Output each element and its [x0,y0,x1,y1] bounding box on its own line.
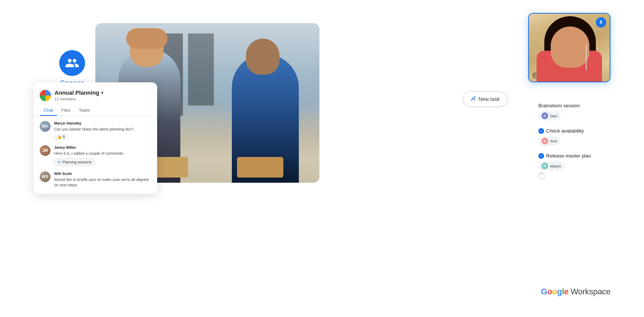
tab-tasks[interactable]: Tasks [75,105,94,116]
new-task-icon [470,95,476,103]
messages-list: MH Maryn Hansley Can you please share th… [33,121,157,188]
file-chip-icon: ≡ [58,160,60,164]
new-task-button[interactable]: New task [463,91,507,107]
avatar-image-will: WS [40,171,50,182]
chat-title-area: Annual Planning ▾ 12 members [55,90,103,101]
message-content-3: Will Scott Would like to briefly sync to… [54,171,151,188]
task-assignee-3[interactable]: M Maryn [538,161,564,171]
tasks-section: Brainstorm session D Dan ✓ Check availab… [538,103,611,187]
message-content-1: Maryn Hansley Can you please share the l… [54,121,151,140]
chat-logo [40,90,51,101]
google-g: G [541,287,547,296]
google-l: l [562,287,564,296]
avatar-will: WS [40,171,50,182]
task-check-2: ✓ [538,128,544,134]
task-check-3: ✓ [538,153,544,159]
chat-title[interactable]: Annual Planning ▾ [55,90,103,96]
tab-chat[interactable]: Chat [40,105,57,116]
message-text-1: Can you please share the latest planning… [54,126,151,132]
google-text: Google [541,287,569,296]
spaces-section: Spaces [59,50,85,87]
message-item: MH Maryn Hansley Can you please share th… [40,121,151,140]
message-sender-3: Will Scott [54,171,151,176]
task-item-1: Brainstorm session D Dan [538,103,611,120]
message-content-2: Janey Miller Here it is, I added a coupl… [54,145,151,166]
message-item-3: WS Will Scott Would like to briefly sync… [40,171,151,188]
assignee-name-dan: Dan [550,114,557,118]
task-assignee-1[interactable]: D Dan [538,111,561,120]
video-bg: Janey Miller [529,14,610,82]
task-assignee-2[interactable]: A Ava [538,136,560,146]
task-item-2: ✓ Check availability A Ava [538,128,611,146]
reaction-badge[interactable]: 👍 5 [54,134,68,140]
file-chip[interactable]: ≡ Planning sessions [54,158,95,166]
message-item-2: JM Janey Miller Here it is, I added a co… [40,145,151,166]
task-add-icon [470,95,476,101]
google-g2: g [557,287,562,296]
spaces-icon [65,56,79,70]
spaces-icon-circle[interactable] [59,50,85,76]
google-e: e [564,287,569,296]
video-panel: Janey Miller [528,13,611,82]
reaction-emoji: 👍 [57,135,62,139]
chat-header: Annual Planning ▾ 12 members [33,90,157,105]
task-title-2: ✓ Check availability [538,128,611,134]
message-text-2: Here it is, I added a couple of comments [54,151,151,156]
avatar-ava: A [541,138,548,144]
file-chip-label: Planning sessions [62,160,91,164]
avatar-image: MH [40,121,50,132]
task-title-1: Brainstorm session [538,103,611,109]
message-sender-1: Maryn Hansley [54,121,151,125]
message-text-3: Would like to briefly sync to make sure … [54,177,151,188]
new-task-label: New task [479,96,500,102]
avatar-maryn: MH [40,121,50,132]
task-title-3: ✓ Release master plan [538,153,611,159]
chat-title-text: Annual Planning [55,90,99,96]
tab-files[interactable]: Files [57,105,75,116]
task-item-3: ✓ Release master plan M Maryn [538,153,611,180]
google-o2: o [552,287,557,296]
avatar-maryn-task: M [541,163,548,169]
reaction-count: 5 [63,135,65,139]
chat-panel: Annual Planning ▾ 12 members Chat Files … [33,82,157,194]
video-mic-icon [596,17,606,28]
task-spinner [538,173,545,179]
google-workspace-logo: Google Workspace [541,287,611,296]
assignee-name-maryn: Maryn [550,164,561,168]
workspace-text: Workspace [571,287,611,296]
chevron-down-icon: ▾ [101,90,103,96]
avatar-image-janey: JM [40,145,50,156]
chat-members: 12 members [55,97,103,101]
message-sender-2: Janey Miller [54,145,151,149]
avatar-dan: D [541,112,548,119]
chat-tabs: Chat Files Tasks [33,105,157,116]
google-o1: o [547,287,552,296]
assignee-name-ava: Ava [550,139,557,143]
avatar-janey: JM [40,145,50,156]
mic-svg [598,20,604,25]
